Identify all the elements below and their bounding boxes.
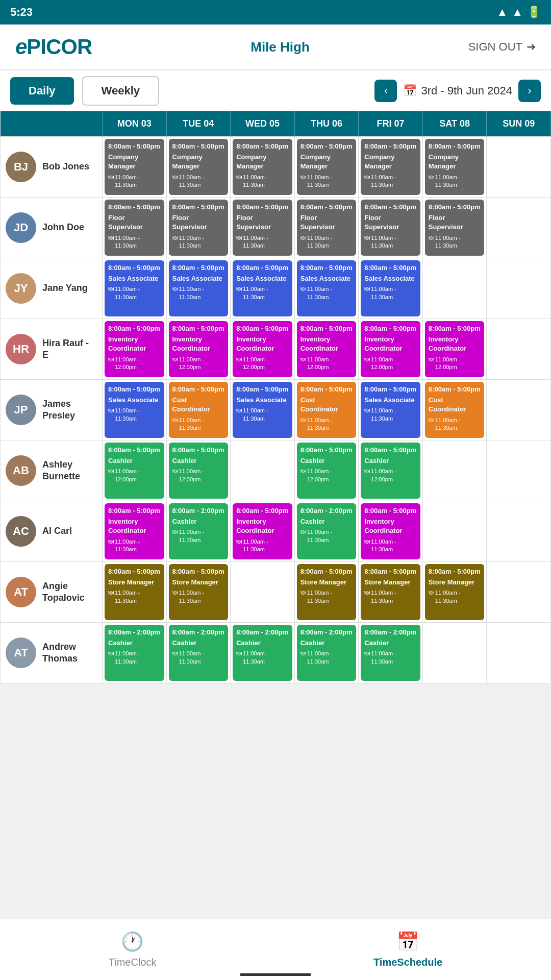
shift-block: 8:00am - 5:00pmCompany Manager🍽11:00am -… xyxy=(361,139,420,195)
site-name: Mile High xyxy=(251,39,310,55)
shift-cell-3[interactable]: 8:00am - 5:00pmInventory Coordinator🍽11:… xyxy=(295,319,359,380)
shift-cell-1[interactable]: 8:00am - 5:00pmSales Associate🍽11:00am -… xyxy=(167,258,231,319)
shift-cell-1[interactable]: 8:00am - 5:00pmStore Manager🍽11:00am - 1… xyxy=(167,562,231,623)
shift-cell-0[interactable]: 8:00am - 5:00pmInventory Coordinator🍽11:… xyxy=(103,319,167,380)
schedule-container: MON 03TUE 04WED 05THU 06FRI 07SAT 08SUN … xyxy=(0,111,551,683)
employee-cell-al-carl: ACAl Carl xyxy=(1,501,103,562)
shift-block: 8:00am - 5:00pmInventory Coordinator🍽11:… xyxy=(169,321,229,377)
shift-cell-5[interactable]: 8:00am - 5:00pmFloor Supervisor🍽11:00am … xyxy=(423,198,487,258)
shift-cell-3[interactable]: 8:00am - 5:00pmCompany Manager🍽11:00am -… xyxy=(295,137,359,198)
shift-cell-6[interactable] xyxy=(487,258,551,319)
shift-cell-5[interactable]: 8:00am - 5:00pmStore Manager🍽11:00am - 1… xyxy=(423,562,487,623)
shift-cell-0[interactable]: 8:00am - 5:00pmSales Associate🍽11:00am -… xyxy=(103,380,167,440)
shift-block: 8:00am - 5:00pmStore Manager🍽11:00am - 1… xyxy=(297,564,357,620)
shift-cell-0[interactable]: 8:00am - 5:00pmCashier🍽11:00am - 12:00pm xyxy=(103,440,167,501)
shift-cell-2[interactable]: 8:00am - 5:00pmSales Associate🍽11:00am -… xyxy=(231,380,295,440)
shift-block: 8:00am - 5:00pmCashier🍽11:00am - 12:00pm xyxy=(169,443,229,499)
shift-block: 8:00am - 5:00pmInventory Coordinator🍽11:… xyxy=(233,503,292,559)
shift-cell-0[interactable]: 8:00am - 2:00pmCashier🍽11:00am - 11:30am xyxy=(103,623,167,683)
sign-out-label: SIGN OUT xyxy=(468,40,522,54)
shift-cell-4[interactable]: 8:00am - 5:00pmInventory Coordinator🍽11:… xyxy=(359,501,423,562)
shift-cell-0[interactable]: 8:00am - 5:00pmStore Manager🍽11:00am - 1… xyxy=(103,562,167,623)
shift-cell-1[interactable]: 8:00am - 5:00pmCashier🍽11:00am - 12:00pm xyxy=(167,440,231,501)
employee-name: Hira Rauf - E xyxy=(42,337,97,361)
shift-cell-5[interactable]: 8:00am - 5:00pmCust Coordinator🍽11:00am … xyxy=(423,380,487,440)
status-bar: 5:23 ▲ ▲ 🔋 xyxy=(0,0,551,24)
employee-cell-james-presley: JPJames Presley xyxy=(1,380,103,440)
shift-cell-1[interactable]: 8:00am - 5:00pmCust Coordinator🍽11:00am … xyxy=(167,380,231,440)
shift-cell-5[interactable] xyxy=(423,258,487,319)
shift-cell-2[interactable]: 8:00am - 5:00pmFloor Supervisor🍽11:00am … xyxy=(231,198,295,258)
shift-cell-3[interactable]: 8:00am - 2:00pmCashier🍽11:00am - 11:30am xyxy=(295,623,359,683)
employee-name: Angie Topalovic xyxy=(42,580,97,604)
shift-cell-0[interactable]: 8:00am - 5:00pmSales Associate🍽11:00am -… xyxy=(103,258,167,319)
daily-button[interactable]: Daily xyxy=(10,77,74,105)
shift-block: 8:00am - 5:00pmCashier🍽11:00am - 12:00pm xyxy=(105,443,164,499)
shift-cell-3[interactable]: 8:00am - 5:00pmCashier🍽11:00am - 12:00pm xyxy=(295,440,359,501)
sign-out-button[interactable]: SIGN OUT ➜ xyxy=(468,40,536,54)
shift-block: 8:00am - 5:00pmInventory Coordinator🍽11:… xyxy=(425,321,485,377)
shift-cell-2[interactable]: 8:00am - 5:00pmCompany Manager🍽11:00am -… xyxy=(231,137,295,198)
shift-cell-2[interactable]: 8:00am - 5:00pmInventory Coordinator🍽11:… xyxy=(231,319,295,380)
shift-cell-1[interactable]: 8:00am - 5:00pmInventory Coordinator🍽11:… xyxy=(167,319,231,380)
timeschedule-nav[interactable]: 📅 TimeSchedule xyxy=(373,931,442,968)
shift-cell-1[interactable]: 8:00am - 2:00pmCashier🍽11:00am - 11:30am xyxy=(167,623,231,683)
shift-block: 8:00am - 5:00pmInventory Coordinator🍽11:… xyxy=(105,503,164,559)
sign-out-icon: ➜ xyxy=(527,40,536,54)
shift-cell-5[interactable] xyxy=(423,440,487,501)
shift-cell-2[interactable]: 8:00am - 2:00pmCashier🍽11:00am - 11:30am xyxy=(231,623,295,683)
shift-cell-0[interactable]: 8:00am - 5:00pmInventory Coordinator🍽11:… xyxy=(103,501,167,562)
prev-week-button[interactable]: ‹ xyxy=(374,80,397,102)
shift-cell-6[interactable] xyxy=(487,623,551,683)
shift-cell-5[interactable] xyxy=(423,623,487,683)
shift-cell-3[interactable]: 8:00am - 2:00pmCashier🍽11:00am - 11:30am xyxy=(295,501,359,562)
shift-cell-3[interactable]: 8:00am - 5:00pmSales Associate🍽11:00am -… xyxy=(295,258,359,319)
shift-cell-4[interactable]: 8:00am - 5:00pmSales Associate🍽11:00am -… xyxy=(359,258,423,319)
shift-cell-6[interactable] xyxy=(487,137,551,198)
shift-cell-2[interactable]: 8:00am - 5:00pmInventory Coordinator🍽11:… xyxy=(231,501,295,562)
shift-block: 8:00am - 5:00pmCompany Manager🍽11:00am -… xyxy=(105,139,164,195)
shift-cell-6[interactable] xyxy=(487,562,551,623)
shift-cell-4[interactable]: 8:00am - 5:00pmInventory Coordinator🍽11:… xyxy=(359,319,423,380)
date-navigation: ‹ 📅 3rd - 9th Jun 2024 › xyxy=(374,80,541,102)
shift-cell-0[interactable]: 8:00am - 5:00pmFloor Supervisor🍽11:00am … xyxy=(103,198,167,258)
schedule-grid: MON 03TUE 04WED 05THU 06FRI 07SAT 08SUN … xyxy=(0,111,551,683)
shift-block: 8:00am - 5:00pmSales Associate🍽11:00am -… xyxy=(105,260,164,316)
shift-cell-6[interactable] xyxy=(487,319,551,380)
shift-cell-1[interactable]: 8:00am - 5:00pmCompany Manager🍽11:00am -… xyxy=(167,137,231,198)
logo: ePICOR xyxy=(15,35,92,59)
shift-cell-0[interactable]: 8:00am - 5:00pmCompany Manager🍽11:00am -… xyxy=(103,137,167,198)
shift-cell-5[interactable]: 8:00am - 5:00pmCompany Manager🍽11:00am -… xyxy=(423,137,487,198)
shift-cell-4[interactable]: 8:00am - 5:00pmCashier🍽11:00am - 12:00pm xyxy=(359,440,423,501)
shift-cell-4[interactable]: 8:00am - 5:00pmFloor Supervisor🍽11:00am … xyxy=(359,198,423,258)
next-week-button[interactable]: › xyxy=(518,80,541,102)
shift-cell-3[interactable]: 8:00am - 5:00pmFloor Supervisor🍽11:00am … xyxy=(295,198,359,258)
shift-cell-1[interactable]: 8:00am - 5:00pmFloor Supervisor🍽11:00am … xyxy=(167,198,231,258)
shift-cell-5[interactable] xyxy=(423,501,487,562)
weekly-button[interactable]: Weekly xyxy=(82,76,159,106)
shift-block: 8:00am - 5:00pmCashier🍽11:00am - 12:00pm xyxy=(297,443,357,499)
shift-cell-6[interactable] xyxy=(487,440,551,501)
shift-cell-2[interactable] xyxy=(231,562,295,623)
shift-cell-4[interactable]: 8:00am - 5:00pmStore Manager🍽11:00am - 1… xyxy=(359,562,423,623)
timeclock-nav[interactable]: 🕐 TimeClock xyxy=(109,931,157,968)
shift-cell-6[interactable] xyxy=(487,501,551,562)
shift-cell-4[interactable]: 8:00am - 5:00pmSales Associate🍽11:00am -… xyxy=(359,380,423,440)
shift-cell-2[interactable]: 8:00am - 5:00pmSales Associate🍽11:00am -… xyxy=(231,258,295,319)
shift-block: 8:00am - 5:00pmFloor Supervisor🍽11:00am … xyxy=(361,200,420,256)
shift-cell-6[interactable] xyxy=(487,198,551,258)
toolbar: Daily Weekly ‹ 📅 3rd - 9th Jun 2024 › xyxy=(0,70,551,111)
shift-cell-3[interactable]: 8:00am - 5:00pmCust Coordinator🍽11:00am … xyxy=(295,380,359,440)
employee-name: Ashley Burnette xyxy=(42,459,97,483)
shift-cell-4[interactable]: 8:00am - 5:00pmCompany Manager🍽11:00am -… xyxy=(359,137,423,198)
shift-cell-6[interactable] xyxy=(487,380,551,440)
shift-cell-1[interactable]: 8:00am - 2:00pmCashier🍽11:00am - 11:30am xyxy=(167,501,231,562)
day-header-sat: SAT 08 xyxy=(423,111,487,137)
shift-cell-5[interactable]: 8:00am - 5:00pmInventory Coordinator🍽11:… xyxy=(423,319,487,380)
grid-corner xyxy=(1,111,103,137)
shift-cell-2[interactable] xyxy=(231,440,295,501)
shift-block: 8:00am - 5:00pmSales Associate🍽11:00am -… xyxy=(233,382,292,438)
shift-cell-3[interactable]: 8:00am - 5:00pmStore Manager🍽11:00am - 1… xyxy=(295,562,359,623)
status-icons: ▲ ▲ 🔋 xyxy=(496,6,541,19)
shift-cell-4[interactable]: 8:00am - 2:00pmCashier🍽11:00am - 11:30am xyxy=(359,623,423,683)
